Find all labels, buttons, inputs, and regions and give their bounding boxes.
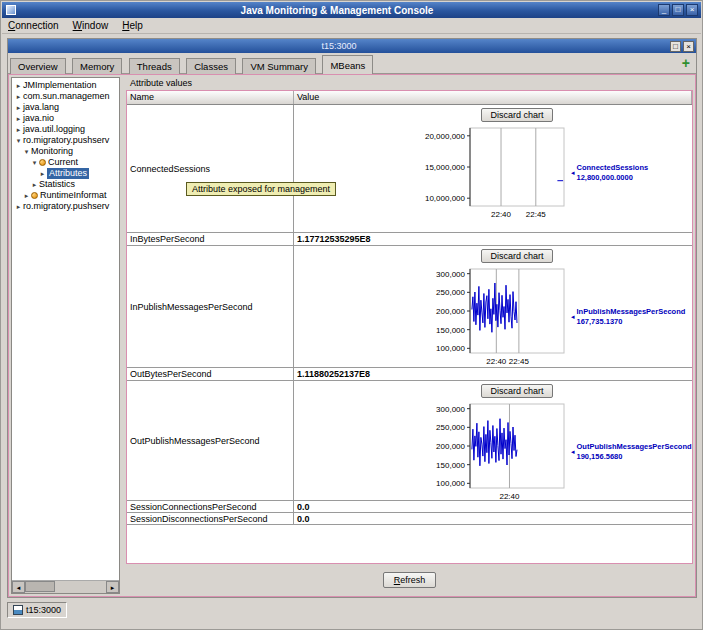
chart-legend: ◂ OutPublishMessagesPerSecond 190,156.56… <box>571 442 692 462</box>
svg-text:22:40: 22:40 <box>491 210 512 219</box>
inner-close-button[interactable]: × <box>683 41 694 52</box>
tab-threads[interactable]: Threads <box>129 58 180 74</box>
scrollbar-track[interactable] <box>25 581 106 593</box>
legend-marker-icon: ◂ <box>571 169 575 177</box>
window-icon <box>6 5 16 15</box>
tree-horizontal-scrollbar[interactable]: ◂ ▸ <box>12 580 119 593</box>
svg-text:15,000,000: 15,000,000 <box>425 163 466 172</box>
tree-expander-icon[interactable]: ▾ <box>14 135 23 146</box>
discard-chart-button[interactable]: Discard chart <box>481 108 552 122</box>
tab-vm-summary[interactable]: VM Summary <box>242 58 316 74</box>
svg-text:22:45: 22:45 <box>526 210 547 219</box>
mbean-icon <box>39 159 46 166</box>
menu-connection[interactable]: Connection <box>8 20 59 31</box>
tree-node-attributes[interactable]: ▸ Attributes <box>12 168 119 179</box>
tree-node-com-sun-management[interactable]: ▸ com.sun.managemen <box>12 91 119 102</box>
tree-expander-icon[interactable]: ▸ <box>22 190 31 201</box>
svg-text:200,000: 200,000 <box>436 307 465 316</box>
table-header: Name Value <box>127 91 692 105</box>
chart-legend: ◂ ConnectedSessions 12,800,000.0000 <box>571 163 648 183</box>
refresh-button[interactable]: Refresh <box>383 572 437 588</box>
tree-expander-icon[interactable]: ▸ <box>14 91 23 102</box>
maximize-button[interactable]: □ <box>672 4 684 16</box>
inner-frame-titlebar[interactable]: t15:3000 □ × <box>8 39 696 53</box>
svg-text:150,000: 150,000 <box>436 326 465 335</box>
tree-node-java-util-logging[interactable]: ▸ java.util.logging <box>12 124 119 135</box>
legend-marker-icon: ◂ <box>571 448 575 456</box>
svg-text:22:40: 22:40 <box>486 357 507 366</box>
table-empty-area <box>127 525 692 563</box>
table-row[interactable]: ConnectedSessions Discard chart 22:4022:… <box>127 105 692 233</box>
tree-expander-icon[interactable]: ▸ <box>14 124 23 135</box>
inner-frame-title: t15:3000 <box>8 41 670 51</box>
tab-overview[interactable]: Overview <box>10 58 66 74</box>
tree-node-current[interactable]: ▾ Current <box>12 157 119 168</box>
table-row[interactable]: InBytesPerSecond 1.17712535295E8 <box>127 233 692 246</box>
scroll-left-icon[interactable]: ◂ <box>12 581 25 593</box>
tree-node-statistics[interactable]: ▸ Statistics <box>12 179 119 190</box>
tree-expander-icon[interactable]: ▾ <box>22 146 31 157</box>
window-title: Java Monitoring & Management Console <box>16 5 658 16</box>
tree-node-ro-migratory-pushserver-2[interactable]: ▸ ro.migratory.pushserv <box>12 201 119 212</box>
table-row[interactable]: OutPublishMessagesPerSecond Discard char… <box>127 381 692 501</box>
discard-chart-button[interactable]: Discard chart <box>481 249 552 263</box>
tooltip: Attribute exposed for management <box>186 182 336 196</box>
svg-text:10,000,000: 10,000,000 <box>425 194 466 203</box>
table-row[interactable]: SessionDisconnectionsPerSecond 0.0 <box>127 513 692 525</box>
svg-text:100,000: 100,000 <box>436 344 465 353</box>
svg-text:100,000: 100,000 <box>436 479 465 488</box>
close-button[interactable]: × <box>686 4 698 16</box>
table-row[interactable]: InPublishMessagesPerSecond Discard chart… <box>127 246 692 368</box>
status-connection-label: t15:3000 <box>26 605 61 615</box>
new-connection-icon[interactable]: + <box>682 56 690 70</box>
tab-memory[interactable]: Memory <box>72 58 122 74</box>
tree-node-jmimplementation[interactable]: ▸ JMImplementation <box>12 80 119 91</box>
tree-node-java-nio[interactable]: ▸ java.nio <box>12 113 119 124</box>
chart-legend: ◂ InPublishMessagesPerSecond 167,735.137… <box>571 307 685 327</box>
tree-expander-icon[interactable]: ▾ <box>30 157 39 168</box>
attributes-panel-title: Attribute values <box>130 77 192 89</box>
status-bar: t15:3000 <box>7 602 67 618</box>
menu-window[interactable]: Window <box>73 20 109 31</box>
svg-text:250,000: 250,000 <box>436 288 465 297</box>
svg-text:300,000: 300,000 <box>436 405 465 414</box>
tree-node-runtimeinformation[interactable]: ▸ RuntimeInformat <box>12 190 119 201</box>
minimize-button[interactable]: _ <box>658 4 670 16</box>
attributes-table: Name Value ConnectedSessions Discard cha… <box>126 90 693 564</box>
svg-text:150,000: 150,000 <box>436 461 465 470</box>
table-row[interactable]: OutBytesPerSecond 1.11880252137E8 <box>127 368 692 381</box>
table-row[interactable]: SessionConnectionsPerSecond 0.0 <box>127 501 692 513</box>
column-header-name[interactable]: Name <box>127 91 294 104</box>
legend-marker-icon: ◂ <box>571 313 575 321</box>
scroll-right-icon[interactable]: ▸ <box>106 581 119 593</box>
svg-text:22:45: 22:45 <box>509 357 530 366</box>
window-titlebar[interactable]: Java Monitoring & Management Console _ □… <box>2 2 701 18</box>
tree-expander-icon[interactable]: ▸ <box>14 201 23 212</box>
svg-text:200,000: 200,000 <box>436 442 465 451</box>
connection-status-icon <box>13 605 23 615</box>
menubar: Connection Window Help <box>2 18 701 34</box>
connection-frame: t15:3000 □ × Overview Memory Threads Cla… <box>7 38 697 598</box>
menu-help[interactable]: Help <box>122 20 143 31</box>
tree-node-java-lang[interactable]: ▸ java.lang <box>12 102 119 113</box>
svg-text:22:40: 22:40 <box>499 492 520 501</box>
scrollbar-thumb[interactable] <box>25 581 55 592</box>
svg-text:300,000: 300,000 <box>436 270 465 279</box>
refresh-bar: Refresh <box>126 566 693 594</box>
tree-node-monitoring[interactable]: ▾ Monitoring <box>12 146 119 157</box>
inpublishmessages-chart: 22:4022:45300,000250,000200,000150,00010… <box>406 264 568 369</box>
tab-mbeans[interactable]: MBeans <box>322 55 373 74</box>
tree-expander-icon[interactable]: ▸ <box>30 179 39 190</box>
column-header-value[interactable]: Value <box>294 91 692 104</box>
mbean-icon <box>31 192 38 199</box>
svg-text:20,000,000: 20,000,000 <box>425 132 466 141</box>
tree-expander-icon[interactable]: ▸ <box>14 102 23 113</box>
tree-expander-icon[interactable]: ▸ <box>14 80 23 91</box>
tree-expander-icon[interactable]: ▸ <box>14 113 23 124</box>
tree-expander-icon[interactable]: ▸ <box>38 168 47 179</box>
discard-chart-button[interactable]: Discard chart <box>481 384 552 398</box>
tab-classes[interactable]: Classes <box>186 58 236 74</box>
mbeans-content: ▸ JMImplementation ▸ com.sun.managemen ▸… <box>8 74 696 597</box>
inner-maximize-button[interactable]: □ <box>670 41 681 52</box>
tree-node-ro-migratory-pushserver[interactable]: ▾ ro.migratory.pushserv <box>12 135 119 146</box>
